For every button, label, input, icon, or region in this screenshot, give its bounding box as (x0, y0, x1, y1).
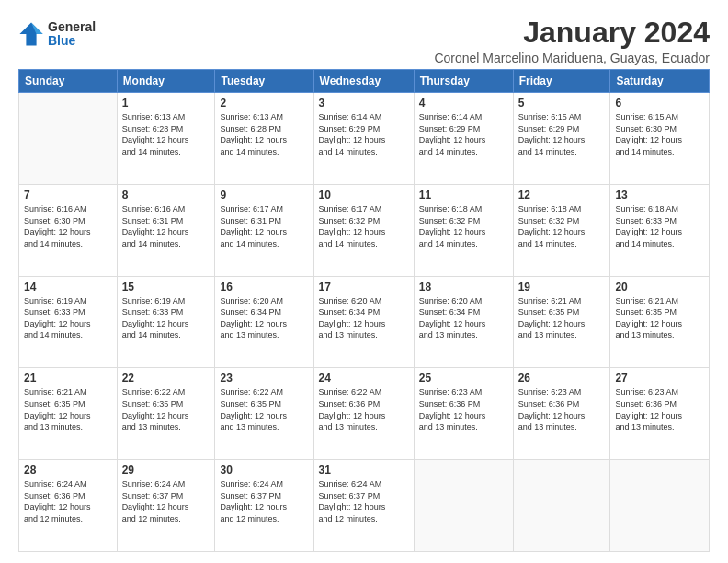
calendar-header-row: Sunday Monday Tuesday Wednesday Thursday… (19, 70, 710, 93)
table-row: 16Sunrise: 6:20 AMSunset: 6:34 PMDayligh… (215, 276, 313, 368)
table-row: 13Sunrise: 6:18 AMSunset: 6:33 PMDayligh… (610, 184, 710, 276)
logo-icon (18, 21, 44, 47)
day-number: 12 (518, 189, 606, 201)
table-row (19, 93, 118, 185)
table-row: 15Sunrise: 6:19 AMSunset: 6:33 PMDayligh… (117, 276, 215, 368)
table-row: 28Sunrise: 6:24 AMSunset: 6:36 PMDayligh… (19, 460, 118, 552)
day-info: Sunrise: 6:14 AMSunset: 6:29 PMDaylight:… (319, 111, 409, 157)
day-info: Sunrise: 6:21 AMSunset: 6:35 PMDaylight:… (518, 295, 606, 341)
header-sunday: Sunday (19, 70, 118, 93)
table-row: 7Sunrise: 6:16 AMSunset: 6:30 PMDaylight… (19, 184, 118, 276)
table-row: 31Sunrise: 6:24 AMSunset: 6:37 PMDayligh… (313, 460, 414, 552)
header-tuesday: Tuesday (215, 70, 313, 93)
day-info: Sunrise: 6:18 AMSunset: 6:32 PMDaylight:… (419, 203, 508, 249)
day-info: Sunrise: 6:23 AMSunset: 6:36 PMDaylight:… (518, 386, 606, 432)
month-title: January 2024 (434, 17, 710, 49)
day-info: Sunrise: 6:17 AMSunset: 6:31 PMDaylight:… (220, 203, 308, 249)
day-number: 9 (220, 189, 308, 201)
day-number: 29 (122, 464, 210, 477)
location-title: Coronel Marcelino Mariduena, Guayas, Ecu… (434, 51, 710, 65)
table-row: 26Sunrise: 6:23 AMSunset: 6:36 PMDayligh… (513, 368, 610, 460)
table-row: 23Sunrise: 6:22 AMSunset: 6:35 PMDayligh… (215, 368, 313, 460)
day-info: Sunrise: 6:19 AMSunset: 6:33 PMDaylight:… (122, 295, 210, 341)
day-info: Sunrise: 6:22 AMSunset: 6:35 PMDaylight:… (122, 386, 210, 432)
table-row: 21Sunrise: 6:21 AMSunset: 6:35 PMDayligh… (19, 368, 118, 460)
day-info: Sunrise: 6:19 AMSunset: 6:33 PMDaylight:… (24, 295, 112, 341)
table-row: 8Sunrise: 6:16 AMSunset: 6:31 PMDaylight… (117, 184, 215, 276)
table-row: 11Sunrise: 6:18 AMSunset: 6:32 PMDayligh… (414, 184, 513, 276)
day-info: Sunrise: 6:20 AMSunset: 6:34 PMDaylight:… (419, 295, 508, 341)
day-number: 4 (419, 97, 508, 109)
day-number: 3 (319, 97, 409, 109)
header-monday: Monday (117, 70, 215, 93)
day-info: Sunrise: 6:21 AMSunset: 6:35 PMDaylight:… (615, 295, 704, 341)
day-info: Sunrise: 6:15 AMSunset: 6:30 PMDaylight:… (615, 111, 704, 157)
day-number: 5 (518, 97, 606, 109)
table-row: 27Sunrise: 6:23 AMSunset: 6:36 PMDayligh… (610, 368, 710, 460)
calendar-week-1: 7Sunrise: 6:16 AMSunset: 6:30 PMDaylight… (19, 184, 710, 276)
day-info: Sunrise: 6:13 AMSunset: 6:28 PMDaylight:… (122, 111, 210, 157)
table-row: 1Sunrise: 6:13 AMSunset: 6:28 PMDaylight… (117, 93, 215, 185)
table-row (513, 460, 610, 552)
table-row (414, 460, 513, 552)
day-number: 22 (122, 372, 210, 385)
day-number: 10 (319, 189, 409, 201)
day-info: Sunrise: 6:20 AMSunset: 6:34 PMDaylight:… (220, 295, 308, 341)
day-info: Sunrise: 6:13 AMSunset: 6:28 PMDaylight:… (220, 111, 308, 157)
day-info: Sunrise: 6:16 AMSunset: 6:31 PMDaylight:… (122, 203, 210, 249)
day-number: 2 (220, 97, 308, 109)
day-number: 15 (122, 281, 210, 293)
table-row: 17Sunrise: 6:20 AMSunset: 6:34 PMDayligh… (313, 276, 414, 368)
title-block: January 2024 Coronel Marcelino Mariduena… (434, 17, 710, 65)
day-info: Sunrise: 6:14 AMSunset: 6:29 PMDaylight:… (419, 111, 508, 157)
day-number: 25 (419, 372, 508, 385)
table-row: 18Sunrise: 6:20 AMSunset: 6:34 PMDayligh… (414, 276, 513, 368)
table-row: 3Sunrise: 6:14 AMSunset: 6:29 PMDaylight… (313, 93, 414, 185)
header-thursday: Thursday (414, 70, 513, 93)
day-info: Sunrise: 6:18 AMSunset: 6:32 PMDaylight:… (518, 203, 606, 249)
day-number: 27 (615, 372, 704, 385)
day-info: Sunrise: 6:24 AMSunset: 6:36 PMDaylight:… (24, 478, 112, 524)
day-number: 8 (122, 189, 210, 201)
day-number: 19 (518, 281, 606, 293)
table-row: 22Sunrise: 6:22 AMSunset: 6:35 PMDayligh… (117, 368, 215, 460)
day-number: 17 (319, 281, 409, 293)
table-row: 29Sunrise: 6:24 AMSunset: 6:37 PMDayligh… (117, 460, 215, 552)
day-number: 18 (419, 281, 508, 293)
table-row: 9Sunrise: 6:17 AMSunset: 6:31 PMDaylight… (215, 184, 313, 276)
table-row: 14Sunrise: 6:19 AMSunset: 6:33 PMDayligh… (19, 276, 118, 368)
table-row: 4Sunrise: 6:14 AMSunset: 6:29 PMDaylight… (414, 93, 513, 185)
day-number: 1 (122, 97, 210, 109)
day-number: 20 (615, 281, 704, 293)
calendar-week-4: 28Sunrise: 6:24 AMSunset: 6:36 PMDayligh… (19, 460, 710, 552)
day-info: Sunrise: 6:20 AMSunset: 6:34 PMDaylight:… (319, 295, 409, 341)
table-row: 24Sunrise: 6:22 AMSunset: 6:36 PMDayligh… (313, 368, 414, 460)
day-info: Sunrise: 6:23 AMSunset: 6:36 PMDaylight:… (419, 386, 508, 432)
day-number: 28 (24, 464, 112, 477)
table-row: 20Sunrise: 6:21 AMSunset: 6:35 PMDayligh… (610, 276, 710, 368)
day-number: 26 (518, 372, 606, 385)
header-friday: Friday (513, 70, 610, 93)
day-info: Sunrise: 6:24 AMSunset: 6:37 PMDaylight:… (122, 478, 210, 524)
day-number: 24 (319, 372, 409, 385)
table-row: 6Sunrise: 6:15 AMSunset: 6:30 PMDaylight… (610, 93, 710, 185)
calendar-week-2: 14Sunrise: 6:19 AMSunset: 6:33 PMDayligh… (19, 276, 710, 368)
day-number: 14 (24, 281, 112, 293)
logo-text: General Blue (48, 20, 96, 49)
day-info: Sunrise: 6:22 AMSunset: 6:36 PMDaylight:… (319, 386, 409, 432)
table-row: 2Sunrise: 6:13 AMSunset: 6:28 PMDaylight… (215, 93, 313, 185)
day-number: 23 (220, 372, 308, 385)
calendar-week-0: 1Sunrise: 6:13 AMSunset: 6:28 PMDaylight… (19, 93, 710, 185)
table-row: 25Sunrise: 6:23 AMSunset: 6:36 PMDayligh… (414, 368, 513, 460)
day-info: Sunrise: 6:23 AMSunset: 6:36 PMDaylight:… (615, 386, 704, 432)
day-number: 30 (220, 464, 308, 477)
day-info: Sunrise: 6:17 AMSunset: 6:32 PMDaylight:… (319, 203, 409, 249)
table-row (610, 460, 710, 552)
day-info: Sunrise: 6:18 AMSunset: 6:33 PMDaylight:… (615, 203, 704, 249)
day-number: 11 (419, 189, 508, 201)
day-info: Sunrise: 6:21 AMSunset: 6:35 PMDaylight:… (24, 386, 112, 432)
day-info: Sunrise: 6:22 AMSunset: 6:35 PMDaylight:… (220, 386, 308, 432)
calendar: Sunday Monday Tuesday Wednesday Thursday… (18, 69, 710, 552)
logo-blue: Blue (48, 34, 96, 48)
day-info: Sunrise: 6:24 AMSunset: 6:37 PMDaylight:… (319, 478, 409, 524)
